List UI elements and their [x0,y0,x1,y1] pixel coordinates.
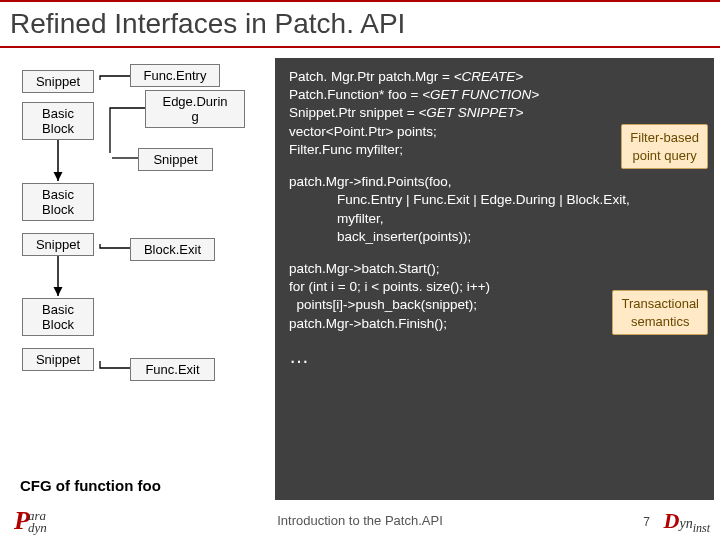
code-line-8: Func.Entry | Func.Exit | Edge.During | B… [289,191,702,209]
label-func-entry: Func.Entry [130,64,220,87]
code-line-9: myfilter, [289,210,702,228]
label-func-exit: Func.Exit [130,358,215,381]
node-snippet-1: Snippet [22,70,94,93]
page-number: 7 [643,515,650,529]
label-snippet-evt: Snippet [138,148,213,171]
cfg-caption: CFG of function foo [20,477,161,494]
footer: Introduction to the Patch.API [0,500,720,540]
cfg-diagram: Snippet Basic Block Basic Block Snippet … [0,58,275,500]
label-block-exit: Block.Exit [130,238,215,261]
code-line-2: Patch.Function* foo = <GET FUNCTION> [289,86,702,104]
code-ellipsis: … [289,343,702,370]
footer-text: Introduction to the Patch.API [277,513,443,528]
code-line-1: Patch. Mgr.Ptr patch.Mgr = <CREATE> [289,68,702,86]
node-snippet-2: Snippet [22,233,94,256]
label-edge-during: Edge.Durin g [145,90,245,128]
code-pane: Patch. Mgr.Ptr patch.Mgr = <CREATE> Patc… [275,58,714,500]
dyninst-logo: Dyninst [664,508,710,534]
paradyn-logo: Para dyn [14,506,49,536]
code-line-3: Snippet.Ptr snippet = <GET SNIPPET> [289,104,702,122]
callout-filter-query: Filter-based point query [621,124,708,169]
code-line-7: patch.Mgr->find.Points(foo, [289,173,702,191]
node-basic-block-2: Basic Block [22,183,94,221]
code-line-12: patch.Mgr->batch.Start(); [289,260,702,278]
content-area: Snippet Basic Block Basic Block Snippet … [0,58,720,500]
node-basic-block-3: Basic Block [22,298,94,336]
node-basic-block-1: Basic Block [22,102,94,140]
node-snippet-3: Snippet [22,348,94,371]
slide-title: Refined Interfaces in Patch. API [0,0,720,48]
callout-transactional: Transactional semantics [612,290,708,335]
code-line-10: back_inserter(points)); [289,228,702,246]
